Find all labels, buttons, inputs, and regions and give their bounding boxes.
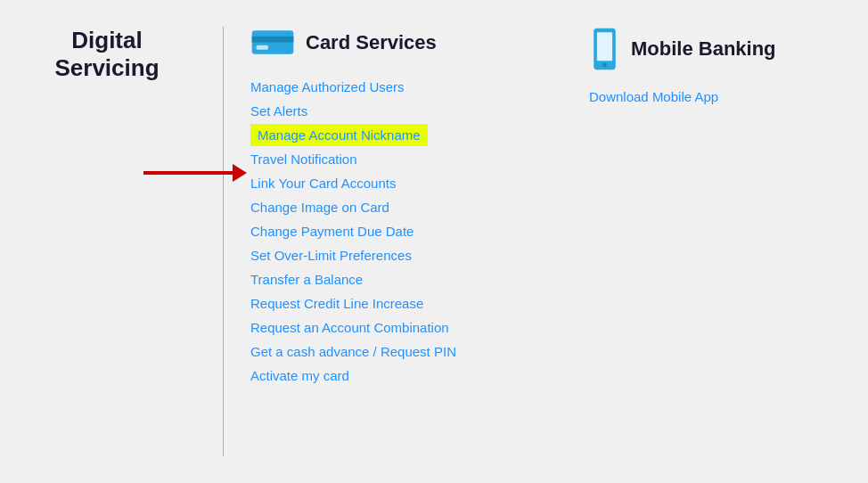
digital-servicing-section: Digital Servicing	[36, 27, 196, 82]
download-mobile-app-link[interactable]: Download Mobile App	[589, 89, 785, 104]
mobile-banking-icon	[589, 27, 620, 71]
menu-item-travel-notification[interactable]: Travel Notification	[250, 148, 536, 170]
arrow-shape	[143, 164, 247, 182]
menu-item-set-over-limit-preferences[interactable]: Set Over-Limit Preferences	[250, 244, 536, 266]
menu-item-set-alerts[interactable]: Set Alerts	[250, 100, 536, 122]
mobile-banking-header: Mobile Banking	[589, 27, 785, 71]
menu-item-request-account-combination[interactable]: Request an Account Combination	[250, 316, 536, 339]
menu-item-manage-authorized-users[interactable]: Manage Authorized Users	[250, 76, 536, 98]
menu-item-change-image-on-card[interactable]: Change Image on Card	[250, 196, 536, 218]
card-services-section: Card Services Manage Authorized UsersSet…	[250, 27, 536, 387]
highlight-arrow	[143, 164, 247, 182]
svg-point-5	[602, 62, 607, 67]
card-services-icon	[250, 27, 295, 58]
section-divider	[223, 27, 224, 456]
menu-item-cash-advance-request-pin[interactable]: Get a cash advance / Request PIN	[250, 340, 536, 363]
menu-item-activate-card[interactable]: Activate my card	[250, 364, 536, 387]
svg-rect-1	[252, 37, 294, 43]
mobile-banking-section: Mobile Banking Download Mobile App	[589, 27, 785, 104]
menu-item-manage-account-nickname[interactable]: Manage Account Nickname	[250, 124, 428, 146]
menu-item-change-payment-due-date[interactable]: Change Payment Due Date	[250, 220, 536, 242]
main-container: Digital Servicing Card Services Manage A…	[0, 0, 868, 483]
card-services-menu: Manage Authorized UsersSet AlertsManage …	[250, 76, 536, 387]
digital-servicing-title: Digital Servicing	[36, 27, 178, 82]
svg-rect-4	[597, 32, 612, 61]
mobile-banking-title: Mobile Banking	[631, 37, 776, 61]
menu-item-request-credit-line-increase[interactable]: Request Credit Line Increase	[250, 292, 536, 315]
menu-item-link-card-accounts[interactable]: Link Your Card Accounts	[250, 172, 536, 194]
card-services-title: Card Services	[306, 31, 437, 54]
arrow-head	[233, 164, 247, 182]
card-services-header: Card Services	[250, 27, 536, 58]
menu-item-transfer-balance[interactable]: Transfer a Balance	[250, 268, 536, 291]
arrow-line	[143, 171, 233, 175]
svg-rect-2	[257, 45, 268, 50]
